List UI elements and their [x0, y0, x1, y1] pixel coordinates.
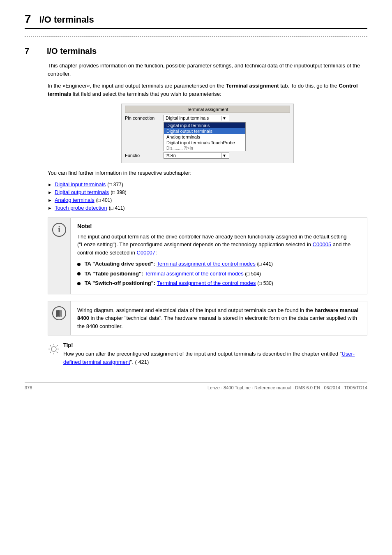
- dashed-divider: [25, 36, 367, 37]
- note-icon-col: i: [48, 218, 71, 294]
- info-content: Wiring diagram, assignment and electrica…: [71, 301, 367, 335]
- info-box: Wiring diagram, assignment and electrica…: [48, 301, 367, 336]
- note-bullet-1: TA "Table positioning": Terminal assignm…: [77, 270, 360, 278]
- dropdown-arrow2-icon[interactable]: ▼: [221, 153, 227, 158]
- screenshot-pin-label: Pin connection: [125, 116, 162, 120]
- screenshot-title-bar: Terminal assignment: [125, 106, 290, 113]
- dot-bullet-0: [77, 263, 81, 266]
- section-title: I/O terminals: [47, 46, 97, 56]
- bullet-list: ► Digital input terminals (□ 377) ► Digi…: [48, 181, 367, 211]
- ref-2: (□ 401): [96, 197, 112, 203]
- note-para1: The input and output terminals of the dr…: [77, 233, 360, 257]
- note-box: i Note! The input and output terminals o…: [48, 217, 367, 294]
- list-item-1: ► Digital output terminals (□ 398): [48, 189, 367, 195]
- bullet-arrow-2: ►: [48, 198, 52, 203]
- intro-para1: This chapter provides information on the…: [48, 62, 367, 78]
- dropdown-item-0[interactable]: Digital input terminals: [164, 123, 245, 128]
- page-footer: 376 Lenze · 8400 TopLine · Reference man…: [25, 382, 367, 390]
- screenshot-row2: Functio ?!>In ▼: [125, 152, 290, 159]
- ta-ref-1: (□ 504): [245, 271, 261, 277]
- dot-bullet-1: [77, 272, 81, 275]
- section-num: 7: [25, 46, 37, 56]
- dropdown-arrow-icon[interactable]: ▼: [221, 116, 227, 120]
- ref-1: (□ 398): [111, 190, 127, 195]
- svg-line-10: [50, 352, 51, 353]
- list-item-3: ► Touch probe detection (□ 411): [48, 205, 367, 211]
- svg-line-7: [50, 345, 51, 347]
- tip-para: How you can alter the preconfigured assi…: [63, 350, 367, 366]
- note-link-c00005[interactable]: C00005: [313, 241, 332, 247]
- link-digital-output[interactable]: Digital output terminals: [55, 189, 109, 195]
- dropdown-menu: Digital input terminals Digital output t…: [164, 122, 246, 151]
- info-book-col: [48, 301, 71, 335]
- book-icon: [52, 306, 66, 320]
- screenshot-dropdown[interactable]: Digital input terminals ▼: [164, 115, 229, 121]
- bullet-arrow-1: ►: [48, 190, 52, 195]
- bullet-arrow-0: ►: [48, 182, 52, 187]
- page-num: 376: [25, 385, 32, 390]
- dropdown-item-2[interactable]: Analog terminals: [164, 134, 245, 140]
- tip-icon: [48, 343, 60, 357]
- tip-box: Tip! How you can alter the preconfigured…: [48, 342, 367, 366]
- ta-link-2[interactable]: Terminal assignment of the control modes: [157, 280, 256, 286]
- top-chapter-num: 7: [25, 12, 31, 25]
- list-item-2: ► Analog terminals (□ 401): [48, 197, 367, 203]
- ref-0: (□ 377): [107, 182, 123, 187]
- terminal-assignment-bold: Terminal assignment: [226, 83, 279, 89]
- dot-bullet-2: [77, 282, 81, 285]
- svg-line-9: [57, 345, 58, 347]
- svg-point-2: [51, 347, 56, 352]
- main-content: This chapter provides information on the…: [48, 62, 367, 366]
- ta-ref-2: (□ 530): [257, 280, 273, 286]
- ref-3: (□ 411): [109, 205, 125, 211]
- note-content: Note! The input and output terminals of …: [71, 218, 367, 294]
- note-bullet-2: TA "Switch-off positioning": Terminal as…: [77, 279, 360, 287]
- ta-label-2: TA "Switch-off positioning":: [85, 280, 157, 286]
- note-bullet-0: TA "Actuating drive speed": Terminal ass…: [77, 260, 360, 268]
- section-heading: 7 I/O terminals: [25, 46, 367, 56]
- link-touch-probe[interactable]: Touch probe detection: [55, 205, 107, 211]
- ta-link-0[interactable]: Terminal assignment of the control modes: [157, 261, 256, 267]
- note-title: Note!: [77, 223, 360, 229]
- top-header: 7 I/O terminals: [25, 12, 367, 29]
- bullet-arrow-3: ►: [48, 206, 52, 210]
- intro-para2: In the »Engineer«, the input and output …: [48, 82, 367, 98]
- dropdown-item-4: Dis......... ?!>In: [164, 146, 245, 151]
- dropdown-item-1[interactable]: Digital output terminals: [164, 128, 245, 134]
- ta-label-0: TA "Actuating drive speed":: [85, 261, 157, 267]
- list-item-0: ► Digital input terminals (□ 377): [48, 181, 367, 187]
- tip-content: Tip! How you can alter the preconfigured…: [63, 342, 367, 366]
- screenshot-func-label: Functio: [125, 153, 162, 158]
- note-link-c00007[interactable]: C00007: [137, 250, 156, 256]
- further-info-label: You can find further information in the …: [48, 169, 367, 177]
- ta-label-1: TA "Table positioning":: [85, 271, 145, 277]
- link-digital-input[interactable]: Digital input terminals: [55, 181, 106, 187]
- screenshot-box: Terminal assignment Pin connection Digit…: [121, 104, 294, 163]
- screenshot-row1: Pin connection Digital input terminals ▼: [125, 115, 290, 121]
- link-analog[interactable]: Analog terminals: [55, 197, 95, 203]
- footer-right: Lenze · 8400 TopLine · Reference manual …: [208, 385, 367, 390]
- dropdown-item-3[interactable]: Digital input terminals TouchProbe: [164, 140, 245, 146]
- ta-ref-0: (□ 441): [257, 261, 273, 267]
- ta-link-1[interactable]: Terminal assignment of the control modes: [145, 271, 244, 277]
- info-icon: i: [52, 223, 66, 237]
- top-chapter-title: I/O terminals: [39, 14, 94, 25]
- svg-line-8: [57, 352, 58, 353]
- note-bullet-list: TA "Actuating drive speed": Terminal ass…: [77, 260, 360, 287]
- page-container: 7 I/O terminals 7 I/O terminals This cha…: [0, 0, 392, 407]
- tip-label: Tip!: [63, 342, 367, 348]
- screenshot-dropdown2[interactable]: ?!>In ▼: [164, 152, 229, 159]
